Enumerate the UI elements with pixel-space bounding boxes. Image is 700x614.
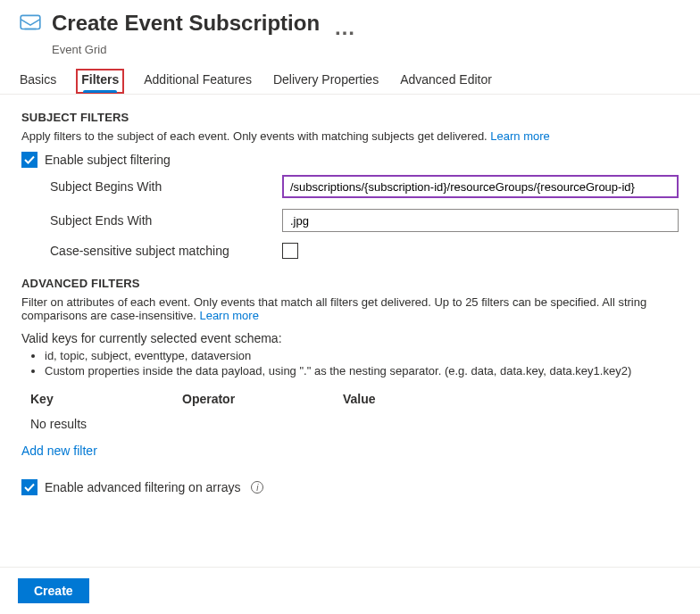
enable-advanced-filtering-arrays-checkbox[interactable]	[21, 479, 38, 495]
create-button[interactable]: Create	[18, 578, 89, 603]
subject-ends-with-label: Subject Ends With	[50, 213, 282, 228]
subject-filters-learn-more-link[interactable]: Learn more	[490, 129, 549, 143]
filters-table-header: Key Operator Value	[21, 392, 679, 406]
case-sensitive-label: Case-sensitive subject matching	[50, 244, 282, 258]
footer-bar: Create	[0, 567, 700, 614]
case-sensitive-checkbox[interactable]	[282, 243, 298, 259]
valid-keys-heading: Valid keys for currently selected event …	[21, 331, 679, 345]
enable-subject-filtering-checkbox[interactable]	[21, 152, 38, 168]
page-header: Create Event Subscription … Event Grid	[0, 0, 700, 56]
subject-ends-with-input[interactable]	[282, 209, 679, 232]
list-item: Custom properties inside the data payloa…	[45, 364, 679, 378]
subject-filters-description: Apply filters to the subject of each eve…	[21, 129, 679, 143]
page-title: Create Event Subscription …	[52, 5, 355, 41]
tabs-bar: Basics Filters Additional Features Deliv…	[0, 56, 700, 95]
valid-keys-list: id, topic, subject, eventtype, dataversi…	[21, 349, 679, 378]
tab-filters[interactable]: Filters	[76, 69, 124, 94]
add-new-filter-link[interactable]: Add new filter	[21, 444, 97, 458]
more-actions-button[interactable]: …	[334, 14, 355, 41]
col-value: Value	[343, 392, 504, 406]
advanced-filters-description: Filter on attributes of each event. Only…	[21, 295, 679, 322]
content-area: SUBJECT FILTERS Apply filters to the sub…	[0, 95, 700, 495]
advanced-filters-title: ADVANCED FILTERS	[21, 277, 679, 290]
subject-begins-with-label: Subject Begins With	[50, 179, 282, 194]
enable-advanced-filtering-arrays-label: Enable advanced filtering on arrays	[45, 480, 240, 494]
no-results-label: No results	[30, 417, 679, 431]
col-operator: Operator	[182, 392, 343, 406]
tab-additional-features[interactable]: Additional Features	[142, 69, 254, 94]
col-key: Key	[21, 392, 182, 406]
subject-filters-title: SUBJECT FILTERS	[21, 111, 679, 124]
advanced-filters-learn-more-link[interactable]: Learn more	[199, 309, 258, 322]
list-item: id, topic, subject, eventtype, dataversi…	[45, 349, 679, 362]
tab-basics[interactable]: Basics	[18, 69, 58, 94]
tab-delivery-properties[interactable]: Delivery Properties	[271, 69, 380, 94]
event-grid-icon	[18, 11, 43, 36]
enable-subject-filtering-label: Enable subject filtering	[45, 153, 171, 167]
info-icon[interactable]: i	[251, 481, 263, 494]
page-subtitle: Event Grid	[52, 43, 355, 56]
tab-advanced-editor[interactable]: Advanced Editor	[398, 69, 494, 94]
subject-begins-with-input[interactable]	[282, 175, 679, 198]
svg-rect-0	[21, 15, 40, 29]
